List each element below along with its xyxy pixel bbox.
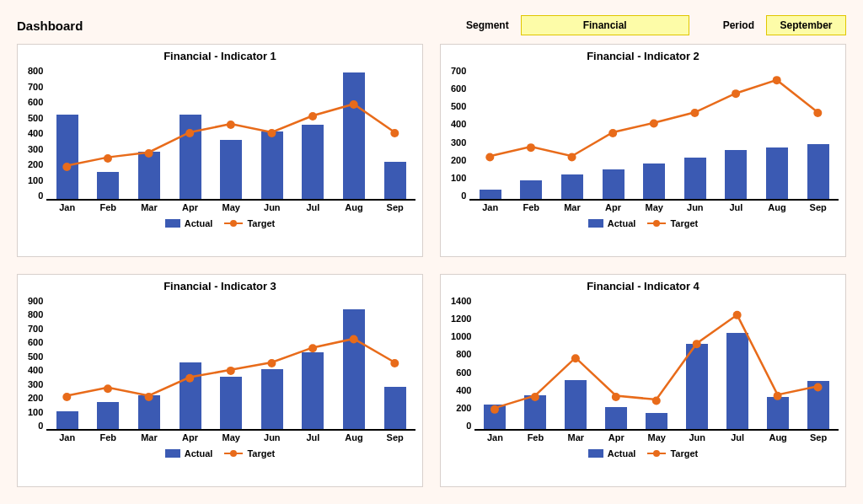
swatch-line-icon (647, 219, 666, 228)
svg-point-25 (350, 335, 358, 344)
swatch-bar-icon (588, 449, 603, 458)
chart-title: Financial - Indicator 2 (448, 50, 839, 62)
svg-point-35 (814, 383, 823, 392)
svg-point-5 (268, 129, 276, 137)
svg-point-0 (63, 163, 72, 171)
x-axis: JanFebMarAprMayJunJulAugSep (474, 432, 839, 442)
y-axis: 1400120010008006004002000 (448, 296, 474, 431)
svg-point-1 (104, 154, 112, 163)
svg-point-28 (531, 393, 539, 401)
svg-point-16 (773, 76, 781, 84)
svg-point-3 (186, 129, 195, 137)
svg-point-32 (693, 340, 701, 348)
svg-point-7 (350, 100, 358, 109)
plot-area (46, 66, 415, 201)
svg-point-26 (391, 359, 399, 367)
svg-point-2 (145, 149, 153, 158)
swatch-bar-icon (165, 449, 180, 458)
legend-actual: Actual (588, 218, 636, 228)
svg-point-12 (609, 129, 618, 137)
line-target-markers (474, 296, 839, 429)
svg-point-6 (308, 112, 317, 121)
svg-point-24 (308, 344, 317, 352)
svg-point-8 (391, 129, 399, 137)
legend-actual: Actual (165, 218, 213, 228)
chart-title: Financial - Indicator 1 (24, 50, 415, 62)
legend-target: Target (647, 218, 698, 228)
svg-point-20 (145, 393, 153, 401)
chart-panel-3: Financial - Indicator 390080070060050040… (17, 274, 423, 487)
swatch-line-icon (647, 449, 666, 458)
chart-title: Financial - Indicator 4 (448, 280, 839, 292)
legend: ActualTarget (448, 448, 839, 458)
svg-point-18 (63, 393, 72, 401)
segment-label: Segment (466, 19, 509, 31)
period-label: Period (723, 19, 754, 31)
legend: ActualTarget (24, 448, 415, 458)
svg-point-17 (814, 109, 823, 117)
svg-point-23 (268, 359, 276, 367)
legend-actual: Actual (165, 448, 213, 458)
chart-panel-4: Financial - Indicator 414001200100080060… (440, 274, 846, 487)
swatch-bar-icon (165, 219, 180, 228)
svg-point-11 (568, 153, 576, 162)
x-axis: JanFebMarAprMayJunJulAugSep (469, 202, 839, 212)
period-selector[interactable]: September (766, 15, 846, 35)
chart-panel-2: Financial - Indicator 270060050040030020… (440, 44, 846, 257)
svg-point-34 (774, 392, 782, 400)
y-axis: 7006005004003002001000 (448, 66, 469, 201)
swatch-line-icon (224, 449, 243, 458)
svg-point-22 (227, 367, 235, 375)
svg-point-10 (527, 143, 535, 152)
svg-point-9 (486, 153, 495, 162)
x-axis: JanFebMarAprMayJunJulAugSep (46, 432, 415, 442)
svg-point-29 (571, 354, 580, 362)
header: Dashboard Segment Financial Period Septe… (0, 0, 863, 44)
page-title: Dashboard (17, 19, 83, 33)
line-target-markers (46, 66, 415, 199)
plot-area (469, 66, 839, 201)
plot-area (474, 296, 839, 431)
segment-selector[interactable]: Financial (521, 15, 689, 35)
svg-point-30 (612, 393, 620, 401)
svg-point-13 (650, 120, 658, 128)
x-axis: JanFebMarAprMayJunJulAugSep (46, 202, 415, 212)
legend: ActualTarget (448, 218, 839, 228)
line-target-markers (46, 296, 415, 429)
svg-point-33 (733, 311, 742, 319)
chart-title: Financial - Indicator 3 (24, 280, 415, 292)
plot-area (46, 296, 415, 431)
svg-point-15 (732, 89, 740, 98)
legend-target: Target (647, 448, 698, 458)
y-axis: 9008007006005004003002001000 (24, 296, 46, 431)
legend-actual: Actual (588, 448, 636, 458)
line-target-markers (469, 66, 839, 199)
svg-point-19 (104, 384, 112, 393)
chart-grid: Financial - Indicator 180070060050040030… (0, 44, 863, 499)
legend: ActualTarget (24, 218, 415, 228)
svg-point-4 (227, 121, 235, 129)
chart-panel-1: Financial - Indicator 180070060050040030… (17, 44, 423, 257)
y-axis: 8007006005004003002001000 (24, 66, 46, 201)
swatch-line-icon (224, 219, 243, 228)
legend-target: Target (224, 218, 275, 228)
svg-point-27 (490, 405, 499, 414)
legend-target: Target (224, 448, 275, 458)
svg-point-14 (691, 109, 700, 117)
swatch-bar-icon (588, 219, 603, 228)
svg-point-21 (186, 374, 195, 383)
svg-point-31 (652, 397, 661, 405)
